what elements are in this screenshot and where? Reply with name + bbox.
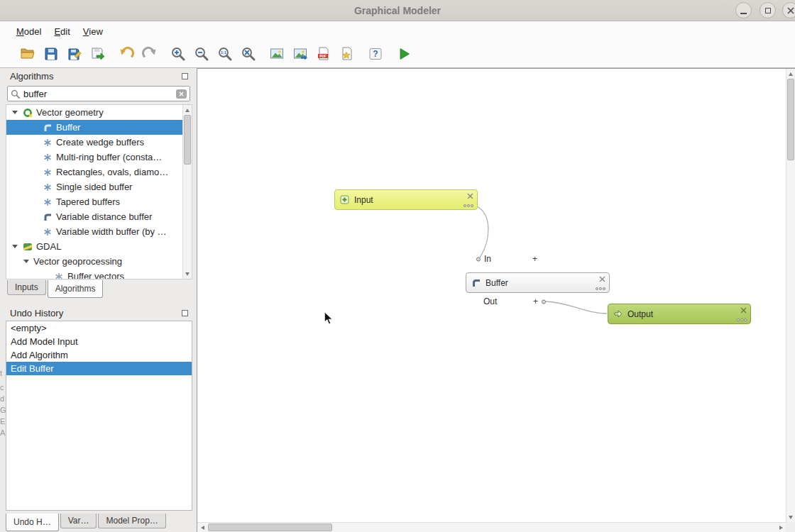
tab-undo-history[interactable]: Undo H… [6, 514, 59, 531]
delete-node-icon[interactable] [740, 307, 747, 314]
image-export-icon [292, 46, 308, 62]
model-node-output[interactable]: Output [608, 304, 751, 324]
node-label: Buffer [486, 278, 508, 288]
node-label: Input [354, 195, 373, 205]
tree-group-vector-geoprocessing[interactable]: Vector geoprocessing [6, 254, 182, 269]
bottom-dock-tab-bar: Undo H… Var… Model Prop… [6, 514, 168, 531]
algorithm-tree-list: Vector geometry Buffer Create wedge bu [6, 105, 182, 279]
undo-button[interactable] [117, 45, 136, 63]
menu-edit[interactable]: Edit [48, 24, 76, 39]
tab-variables[interactable]: Var… [60, 514, 97, 528]
tree-item-variable-width-buffer[interactable]: Variable width buffer (by … [6, 224, 182, 239]
tree-item-rectangles-ovals[interactable]: Rectangles, ovals, diamo… [6, 165, 182, 179]
model-canvas[interactable]: Input In + Buffer [197, 68, 795, 532]
export-as-svg-button[interactable] [338, 45, 356, 63]
undo-item-add-model-input[interactable]: Add Model Input [6, 335, 192, 348]
algorithms-panel-title: Algorithms [10, 71, 53, 82]
tree-item-single-sided-buffer[interactable]: Single sided buffer [6, 179, 182, 194]
canvas-vertical-scrollbar[interactable] [786, 69, 795, 522]
undo-icon [119, 46, 134, 62]
buffer-node-icon [471, 278, 481, 287]
save-model-as-button[interactable] [65, 45, 84, 63]
scroll-down-icon[interactable] [183, 270, 192, 277]
search-input[interactable] [23, 89, 176, 99]
tree-scrollbar-thumb[interactable] [184, 115, 191, 165]
scroll-down-icon[interactable] [786, 514, 795, 521]
export-as-pdf-button[interactable]: PDF [314, 45, 333, 63]
menu-model[interactable]: Model [10, 24, 48, 39]
canvas-horizontal-scrollbar[interactable] [197, 522, 786, 532]
scroll-up-icon[interactable] [183, 106, 192, 113]
clear-search-icon[interactable] [176, 89, 187, 99]
run-model-button[interactable] [395, 45, 413, 63]
tree-item-label: GDAL [36, 241, 61, 252]
out-socket-expand[interactable]: + [533, 297, 538, 306]
node-options-dots[interactable] [737, 318, 747, 321]
undo-history-title: Undo History [10, 308, 63, 318]
maximize-button[interactable] [760, 2, 776, 18]
scroll-left-icon[interactable] [199, 523, 206, 532]
tree-item-variable-distance-buffer[interactable]: Variable distance buffer [6, 209, 182, 224]
tree-scrollbar[interactable] [182, 105, 192, 279]
delete-node-icon[interactable] [599, 276, 605, 282]
tree-item-tapered-buffers[interactable]: Tapered buffers [6, 194, 182, 209]
dock-tab-bar: Inputs Algorithms [7, 280, 104, 298]
panel-float-icon[interactable] [182, 310, 188, 316]
redo-button[interactable] [141, 45, 159, 63]
algorithm-search-box[interactable] [7, 86, 190, 101]
tree-group-vector-geometry[interactable]: Vector geometry [6, 105, 182, 120]
export-as-image-alt-button[interactable] [291, 45, 309, 63]
tree-item-buffer-vectors[interactable]: Buffer vectors [6, 269, 182, 279]
svg-text:PDF: PDF [319, 55, 327, 58]
delete-node-icon[interactable] [467, 193, 473, 199]
tree-item-multi-ring-buffer[interactable]: Multi-ring buffer (consta… [6, 150, 182, 165]
vertical-scrollbar-thumb[interactable] [787, 79, 794, 160]
search-icon [11, 89, 20, 99]
model-node-buffer[interactable]: Buffer [466, 272, 610, 293]
scroll-right-icon[interactable] [777, 523, 784, 532]
help-button[interactable]: ? [366, 45, 385, 63]
in-socket-expand[interactable]: + [532, 254, 537, 264]
zoom-out-button[interactable] [192, 45, 211, 63]
zoom-in-button[interactable] [169, 45, 187, 63]
minimize-icon [740, 13, 747, 14]
horizontal-scrollbar-thumb[interactable] [208, 523, 332, 531]
tree-group-gdal[interactable]: GDAL [6, 239, 182, 254]
export-as-image-button[interactable] [268, 45, 286, 63]
undo-item-add-algorithm[interactable]: Add Algorithm [6, 348, 192, 362]
undo-item-empty[interactable]: <empty> [6, 321, 192, 335]
tree-item-label: Vector geometry [36, 107, 104, 118]
save-model-button[interactable] [42, 45, 60, 63]
folder-icon [20, 46, 35, 62]
algorithm-icon [53, 272, 65, 279]
close-button[interactable] [782, 2, 795, 18]
input-plus-icon [340, 195, 349, 204]
tab-algorithms[interactable]: Algorithms [48, 280, 104, 298]
expander-icon[interactable] [23, 260, 29, 263]
open-model-button[interactable] [18, 45, 37, 63]
algorithm-icon [42, 197, 53, 207]
tab-model-properties[interactable]: Model Prop… [98, 514, 165, 528]
save-model-in-project-button[interactable] [89, 45, 107, 63]
algorithm-icon [42, 182, 53, 192]
zoom-full-button[interactable] [239, 45, 258, 63]
help-icon: ? [368, 46, 383, 62]
zoom-actual-size-button[interactable]: 1:1 [216, 45, 234, 63]
minimize-button[interactable] [735, 2, 752, 18]
edge-fragment: c [0, 383, 6, 392]
scroll-up-icon[interactable] [786, 70, 795, 77]
panel-float-icon[interactable] [182, 73, 188, 79]
expander-icon[interactable] [12, 111, 18, 114]
tree-item-buffer[interactable]: Buffer [6, 120, 182, 135]
menu-view[interactable]: View [77, 24, 109, 39]
model-node-input[interactable]: Input [334, 189, 478, 210]
tab-inputs[interactable]: Inputs [7, 280, 46, 295]
expander-icon[interactable] [12, 245, 18, 248]
graphical-modeler-window: Graphical Modeler Model Edit View [0, 0, 795, 532]
tree-item-create-wedge-buffers[interactable]: Create wedge buffers [6, 135, 182, 150]
tree-item-label: Single sided buffer [56, 182, 132, 192]
left-dock: t c d G E A Algorithms [0, 68, 197, 532]
node-options-dots[interactable] [596, 287, 605, 290]
undo-item-edit-buffer[interactable]: Edit Buffer [6, 362, 192, 375]
node-options-dots[interactable] [464, 204, 473, 207]
